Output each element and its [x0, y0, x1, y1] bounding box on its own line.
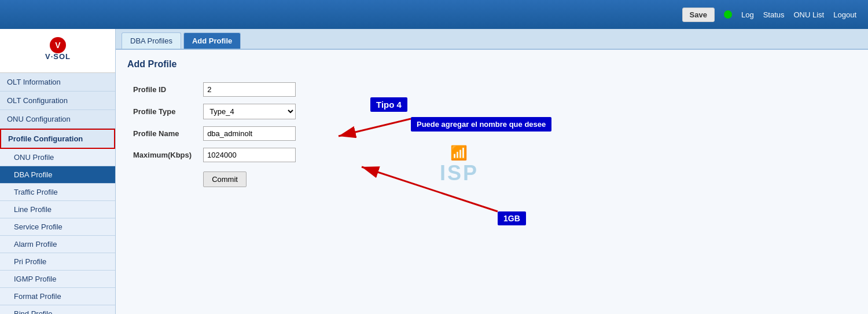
- sidebar-subitem-alarm-profile[interactable]: Alarm Profile: [0, 236, 115, 253]
- form-row-maximum: Maximum(Kbps): [127, 144, 301, 166]
- logout-link[interactable]: Logout: [833, 10, 856, 19]
- sidebar-subitem-igmp-profile[interactable]: IGMP Profile: [0, 271, 115, 288]
- form-row-profile-type: Profile Type Type_1 Type_2 Type_3 Type_4…: [127, 100, 301, 123]
- sidebar-subitem-service-profile[interactable]: Service Profile: [0, 218, 115, 236]
- profile-id-label: Profile ID: [127, 79, 197, 100]
- page-title: Add Profile: [127, 59, 856, 70]
- main-layout: V V·SOL OLT Information OLT Configuratio…: [0, 29, 868, 314]
- tab-add-profile[interactable]: Add Profile: [183, 32, 241, 49]
- maximum-label: Maximum(Kbps): [127, 144, 197, 166]
- maximum-input[interactable]: [203, 148, 296, 162]
- tab-bar: DBA Profiles Add Profile: [116, 29, 868, 50]
- profile-type-label: Profile Type: [127, 100, 197, 123]
- commit-button[interactable]: Commit: [203, 171, 247, 187]
- form-row-profile-name: Profile Name: [127, 123, 301, 144]
- profile-type-select[interactable]: Type_1 Type_2 Type_3 Type_4 Type_5: [203, 104, 296, 119]
- sidebar-subitem-line-profile[interactable]: Line Profile: [0, 201, 115, 218]
- profile-id-input[interactable]: [203, 82, 296, 97]
- status-link[interactable]: Status: [763, 10, 785, 19]
- svg-text:V·SOL: V·SOL: [45, 52, 70, 61]
- add-profile-form: Profile ID Profile Type Type_1 Type_2 Ty…: [127, 79, 301, 191]
- onu-list-link[interactable]: ONU List: [794, 10, 825, 19]
- sidebar-item-profile-configuration[interactable]: Profile Configuration: [0, 129, 115, 149]
- sidebar-subitem-format-profile[interactable]: Format Profile: [0, 288, 115, 305]
- tab-dba-profiles[interactable]: DBA Profiles: [122, 32, 181, 49]
- form-row-profile-id: Profile ID: [127, 79, 301, 100]
- sidebar-subitem-onu-profile[interactable]: ONU Profile: [0, 149, 115, 166]
- sidebar-subitem-dba-profile[interactable]: DBA Profile: [0, 166, 115, 184]
- save-button[interactable]: Save: [682, 8, 715, 22]
- top-header: Save Log Status ONU List Logout: [0, 0, 868, 29]
- badge-1gb: 1GB: [498, 211, 526, 225]
- form-row-commit: Commit: [127, 166, 301, 191]
- sidebar-item-onu-configuration[interactable]: ONU Configuration: [0, 110, 115, 129]
- sidebar-item-olt-information[interactable]: OLT Information: [0, 73, 115, 92]
- status-indicator: [724, 10, 732, 19]
- main-content: DBA Profiles Add Profile Add Profile Pro…: [116, 29, 868, 314]
- sidebar-item-olt-configuration[interactable]: OLT Configuration: [0, 92, 115, 110]
- vsol-logo: V V·SOL: [32, 35, 84, 67]
- logo-area: V V·SOL: [0, 29, 115, 73]
- sidebar-subitem-bind-profile[interactable]: Bind Profile: [0, 305, 115, 314]
- sidebar-subitem-traffic-profile[interactable]: Traffic Profile: [0, 184, 115, 201]
- log-link[interactable]: Log: [741, 10, 754, 19]
- sidebar: V V·SOL OLT Information OLT Configuratio…: [0, 29, 116, 314]
- sidebar-subitem-pri-profile[interactable]: Pri Profile: [0, 253, 115, 271]
- page-content: Add Profile Profile ID Profile Type Type…: [116, 50, 868, 200]
- profile-name-label: Profile Name: [127, 123, 197, 144]
- profile-name-input[interactable]: [203, 126, 296, 141]
- svg-text:V: V: [55, 41, 61, 50]
